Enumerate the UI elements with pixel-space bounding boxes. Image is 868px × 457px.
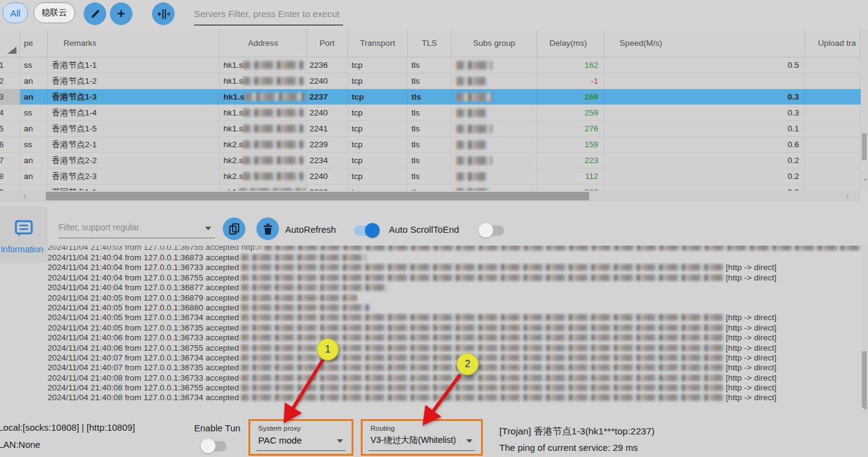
redacted-address <box>243 125 304 133</box>
routing-dropdown[interactable]: Routing V3-绕过大陆(Whitelist) <box>361 419 483 456</box>
table-hscroll-thumb[interactable] <box>46 192 589 200</box>
tab-subscription-group[interactable]: 稳联云 <box>34 2 75 23</box>
chevron-down-icon[interactable] <box>337 439 343 443</box>
table-vertical-scrollbar[interactable]: ⌄ <box>861 29 868 191</box>
table-cell <box>805 169 861 184</box>
redacted-url <box>241 304 369 311</box>
log-vertical-scrollbar[interactable]: ⌄ <box>861 244 868 413</box>
col-header-remarks[interactable]: Remarks <box>48 29 220 57</box>
redacted-subs-group <box>457 125 492 133</box>
table-row[interactable]: 28an香港节点2-3hk2.s2240tcptls1120.2 <box>0 169 861 185</box>
table-row[interactable]: 22an香港节点1-2hk1.s2240tcptls-1 <box>0 73 861 89</box>
current-server-label: [Trojan] 香港节点1-3(hk1***top:2237) <box>499 425 654 438</box>
add-server-button[interactable]: + <box>110 2 132 25</box>
table-header[interactable]: pe Remarks Address Port Transport TLS Su… <box>0 29 861 57</box>
col-header-transport[interactable]: Transport <box>348 29 408 57</box>
table-row[interactable]: 25an香港节点1-5hk1.s2241tcptls2760.1 <box>0 121 861 137</box>
table-cell: tls <box>408 73 452 89</box>
table-cell: 276 <box>537 121 604 136</box>
autorefresh-toggle[interactable] <box>354 225 378 236</box>
autoscroll-toggle[interactable] <box>480 225 504 236</box>
log-line: 2024/11/04 21:40:08 from 127.0.0.1:36734… <box>48 393 859 403</box>
table-cell: tcp <box>348 121 408 136</box>
system-proxy-value: PAC mode <box>258 435 302 445</box>
col-header-port[interactable]: Port <box>307 29 348 57</box>
edit-server-button[interactable] <box>84 2 106 25</box>
tab-information[interactable]: Information <box>0 207 48 263</box>
enable-tun-toggle[interactable] <box>202 441 226 452</box>
table-row[interactable]: 26ss香港节点2-1hk2.s2239tcptls1590.6 <box>0 137 861 153</box>
clear-log-button[interactable] <box>256 218 279 240</box>
annotation-marker-1: 1 <box>317 338 339 360</box>
table-cell: an <box>20 153 48 168</box>
table-horizontal-scrollbar[interactable]: ‹ › <box>0 191 861 202</box>
col-header-tls[interactable]: TLS <box>408 29 452 57</box>
scroll-down-icon[interactable]: ⌄ <box>862 402 868 411</box>
scroll-right-icon[interactable]: › <box>846 192 849 200</box>
table-cell <box>452 57 537 73</box>
redacted-url <box>241 264 723 271</box>
table-cell: 159 <box>537 137 604 152</box>
log-vscroll-thumb[interactable] <box>862 351 867 408</box>
table-cell <box>452 137 537 152</box>
input-underline <box>59 238 215 239</box>
col-header-address[interactable]: Address <box>220 29 307 57</box>
log-filter-input[interactable]: Filter, support regular <box>59 219 215 238</box>
scroll-left-icon[interactable]: ‹ <box>23 192 26 200</box>
redacted-url <box>264 246 868 250</box>
input-underline <box>256 450 345 452</box>
chevron-down-icon[interactable] <box>466 439 472 443</box>
chevron-down-icon[interactable] <box>205 227 211 230</box>
table-row[interactable]: 24ss香港节点1-4hk1.s2240tcptls2590.3 <box>0 105 861 121</box>
table-cell: 2241 <box>307 121 348 136</box>
table-vscroll-thumb[interactable] <box>862 133 867 160</box>
table-cell: 27 <box>0 153 20 168</box>
message-icon <box>15 220 33 237</box>
table-cell <box>604 73 805 89</box>
col-header-type[interactable]: pe <box>20 29 48 57</box>
col-header-subs-group[interactable]: Subs group <box>452 29 537 57</box>
table-cell: tcp <box>348 73 408 89</box>
table-cell <box>805 105 861 120</box>
table-cell: -1 <box>537 73 604 89</box>
table-cell: tcp <box>348 169 408 184</box>
col-header-speed[interactable]: Speed(M/s) <box>604 29 805 57</box>
log-lines: 2024/11/04 21:40:04 from 127.0.0.1:36873… <box>48 253 859 403</box>
redacted-address <box>243 77 304 85</box>
table-cell: 2240 <box>307 169 348 184</box>
table-row[interactable]: 27an香港节点2-2hk2.s2234tcptls2230.2 <box>0 153 861 169</box>
servers-filter-input[interactable]: Servers Filter, press Enter to execut <box>194 5 343 26</box>
copy-log-button[interactable] <box>223 218 245 240</box>
redacted-url <box>241 375 723 381</box>
column-resize-button[interactable] <box>152 2 175 25</box>
table-row[interactable]: 21ss香港节点1-1hk1.s2236tcptls1620.5 <box>0 57 861 73</box>
col-header-upload[interactable]: Upload tra <box>805 29 861 57</box>
table-cell: 21 <box>0 57 20 73</box>
log-line: 2024/11/04 21:40:04 from 127.0.0.1:36733… <box>48 263 859 272</box>
table-cell: 25 <box>0 121 20 136</box>
log-line: 2024/11/04 21:40:08 from 127.0.0.1:36733… <box>48 373 859 383</box>
redacted-url <box>241 384 723 391</box>
server-rows: 21ss香港节点1-1hk1.s2236tcptls1620.522an香港节点… <box>0 57 861 200</box>
log-line: 2024/11/04 21:40:07 from 127.0.0.1:36735… <box>48 363 859 373</box>
log-panel: Information Filter, support regular Auto… <box>0 202 868 419</box>
scroll-down-icon[interactable]: ⌄ <box>862 174 868 182</box>
redacted-address <box>243 109 304 117</box>
table-cell: 香港节点1-2 <box>48 73 220 89</box>
redacted-address <box>243 172 304 180</box>
col-header-delay[interactable]: Delay(ms) <box>537 29 604 57</box>
log-line: 2024/11/04 21:40:06 from 127.0.0.1:36733… <box>48 333 859 343</box>
table-cell: hk2.s <box>220 169 307 184</box>
table-cell: tls <box>408 169 452 184</box>
autoscroll-label: Auto ScrollToEnd <box>389 224 459 235</box>
table-cell: ss <box>20 57 48 73</box>
log-line: 2024/11/04 21:40:06 from 127.0.0.1:36755… <box>48 343 859 353</box>
log-line: 2024/11/04 21:40:05 from 127.0.0.1:36735… <box>48 323 859 333</box>
table-cell: tls <box>408 105 452 120</box>
table-cell: an <box>20 121 48 136</box>
copy-icon <box>229 223 240 235</box>
table-row[interactable]: 23an香港节点1-3hk1.s2237tcptls2690.3 <box>0 89 861 105</box>
tab-all[interactable]: All <box>2 2 28 23</box>
pencil-icon <box>90 9 101 20</box>
system-proxy-dropdown[interactable]: System proxy PAC mode <box>248 419 353 456</box>
